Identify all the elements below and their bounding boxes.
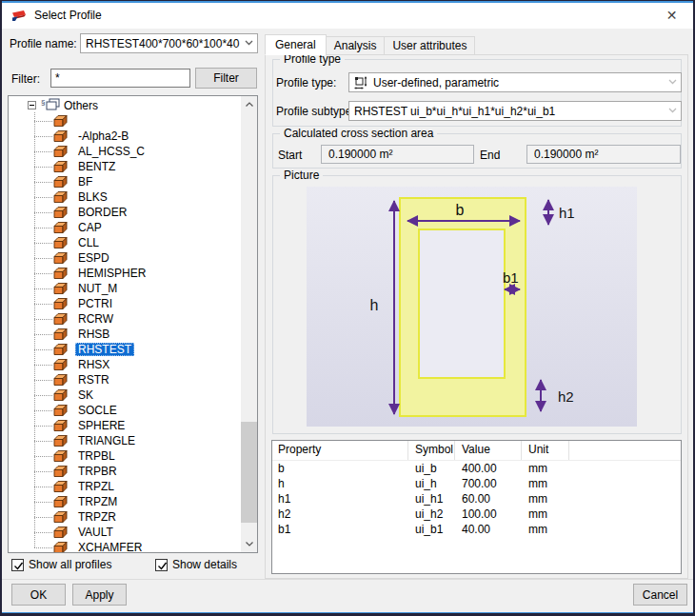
tree-connector <box>34 395 53 396</box>
profile-name-value: RHSTEST400*700*60*100*40 <box>86 37 239 50</box>
tree-item-blks[interactable]: BLKS <box>9 189 257 205</box>
tree-connector <box>34 334 53 335</box>
profile-type-combobox[interactable]: User-defined, parametric <box>348 72 682 92</box>
apply-button[interactable]: Apply <box>72 584 127 606</box>
show-details-checkbox[interactable]: Show details <box>155 558 237 571</box>
tree-item-hemispher[interactable]: HEMISPHER <box>9 266 257 281</box>
profile-cube-icon <box>52 251 69 265</box>
profile-name-label: Profile name: <box>10 37 77 50</box>
tree-item-label: TRPZR <box>75 510 119 524</box>
tree-item--alpha2-b[interactable]: -Alpha2-B <box>9 129 257 144</box>
tree-item-rcrw[interactable]: RCRW <box>9 311 257 327</box>
checkbox-checked-icon <box>11 559 24 571</box>
chevron-down-icon <box>668 108 677 113</box>
tree-item-triangle[interactable]: TRIANGLE <box>9 433 257 448</box>
tree-item-cll[interactable]: CLL <box>9 235 257 250</box>
profile-cube-icon <box>52 388 69 402</box>
tree-item-rhsx[interactable]: RHSX <box>9 357 257 372</box>
table-cell: mm <box>522 477 569 490</box>
scroll-up-icon[interactable] <box>241 96 257 112</box>
table-row-h2[interactable]: h2ui_h2100.00mm <box>272 507 681 522</box>
tab-general[interactable]: General <box>265 34 327 55</box>
profile-name-combobox[interactable]: RHSTEST400*700*60*100*40 <box>80 33 258 53</box>
tree-item-rstr[interactable]: RSTR <box>9 372 257 387</box>
tree-connector <box>34 121 53 122</box>
tree-item-pctri[interactable]: PCTRI <box>9 296 257 311</box>
tree-item-trpzm[interactable]: TRPZM <box>9 494 257 509</box>
tree-connector <box>34 487 53 487</box>
table-row-b[interactable]: bui_b400.00mm <box>272 461 681 476</box>
profile-type-label: Profile type: <box>276 76 336 89</box>
tree-item-trpbr[interactable]: TRPBR <box>9 464 257 479</box>
tree-item-label: VAULT <box>75 526 116 539</box>
close-button[interactable]: ✕ <box>650 3 693 29</box>
tree-connector <box>34 380 53 381</box>
tree-item-socle[interactable]: SOCLE <box>9 403 257 418</box>
profile-cube-icon <box>52 434 69 447</box>
end-label: End <box>480 149 500 162</box>
tree-item-rhsb[interactable]: RHSB <box>9 327 257 342</box>
scrollbar-thumb[interactable] <box>241 422 257 523</box>
filter-button[interactable]: Filter <box>195 68 257 89</box>
scroll-down-icon[interactable] <box>241 536 257 552</box>
cross-section-group-legend: Calculated cross section area <box>280 127 437 140</box>
tree-item-trpzl[interactable]: TRPZL <box>9 479 257 494</box>
tree-item-label: TRPZL <box>75 480 117 493</box>
tab-analysis[interactable]: Analysis <box>326 36 386 55</box>
tree-item-al_hcss_c[interactable]: AL_HCSS_C <box>9 144 257 159</box>
tree-connector <box>34 502 53 503</box>
tekla-app-icon <box>11 9 27 24</box>
tree-scrollbar[interactable] <box>241 96 257 552</box>
table-row-b1[interactable]: b1ui_b140.00mm <box>272 522 681 537</box>
col-header-symbol[interactable]: Symbol <box>408 441 455 460</box>
tree-item-label: NUT_M <box>75 282 120 295</box>
table-cell: b <box>272 462 408 475</box>
tree-item-trpbl[interactable]: TRPBL <box>9 448 257 464</box>
collapse-icon[interactable] <box>28 101 36 109</box>
profile-cube-icon <box>52 145 69 158</box>
cancel-button[interactable]: Cancel <box>633 584 687 606</box>
tab-user-attributes[interactable]: User attributes <box>384 36 475 55</box>
tree-item-bf[interactable]: BF <box>9 174 257 189</box>
tree-item-blank[interactable] <box>9 113 257 129</box>
tree-item-bentz[interactable]: BENTZ <box>9 159 257 174</box>
property-table-header[interactable]: Property Symbol Value Unit <box>272 441 681 461</box>
profile-cube-icon <box>52 495 69 508</box>
table-row-h[interactable]: hui_h700.00mm <box>272 476 681 491</box>
chevron-down-icon <box>668 79 677 85</box>
profile-cube-icon <box>52 175 69 189</box>
tree-item-vault[interactable]: VAULT <box>9 525 257 540</box>
dim-label-b: b <box>456 202 465 218</box>
profile-subtype-combobox[interactable]: RHSTEST ui_b*ui_h*ui_h1*ui_h2*ui_b1 <box>348 101 682 121</box>
tree-item-nut_m[interactable]: NUT_M <box>9 281 257 296</box>
section-inner-hole <box>419 229 505 378</box>
tree-item-border[interactable]: BORDER <box>9 205 257 220</box>
col-header-property[interactable]: Property <box>272 441 408 460</box>
tree-item-cap[interactable]: CAP <box>9 220 257 235</box>
ok-button[interactable]: OK <box>11 584 66 606</box>
tree-item-sk[interactable]: SK <box>9 387 257 403</box>
tree-root-others[interactable]: § Others <box>9 98 257 113</box>
table-row-h1[interactable]: h1ui_h160.00mm <box>272 491 681 507</box>
col-header-unit[interactable]: Unit <box>522 441 569 460</box>
tree-item-label: SK <box>75 388 96 402</box>
tree-item-espd[interactable]: ESPD <box>9 250 257 266</box>
tree-connector <box>34 228 53 229</box>
tree-item-xchamfer[interactable]: XCHAMFER <box>9 540 257 553</box>
tree-connector <box>34 273 53 274</box>
tree-item-rhstest[interactable]: RHSTEST <box>9 342 257 357</box>
show-all-profiles-checkbox[interactable]: Show all profiles <box>11 558 111 571</box>
table-cell: mm <box>522 507 569 521</box>
profile-cube-icon <box>52 129 69 143</box>
tree-item-label: -Alpha2-B <box>75 129 131 143</box>
tree-item-sphere[interactable]: SPHERE <box>9 418 257 433</box>
tree-item-label: RHSTEST <box>75 343 134 356</box>
show-all-profiles-label: Show all profiles <box>29 558 111 571</box>
filter-input[interactable]: * <box>50 69 190 88</box>
col-header-value[interactable]: Value <box>455 441 522 460</box>
profile-tree[interactable]: § Others -Alpha2-BAL_HCSS_CBENTZBFBLKSBO… <box>8 95 258 553</box>
tree-item-label: PCTRI <box>75 297 115 310</box>
tree-item-label: CLL <box>75 236 102 249</box>
tree-item-trpzr[interactable]: TRPZR <box>9 509 257 525</box>
tree-connector <box>34 410 53 411</box>
